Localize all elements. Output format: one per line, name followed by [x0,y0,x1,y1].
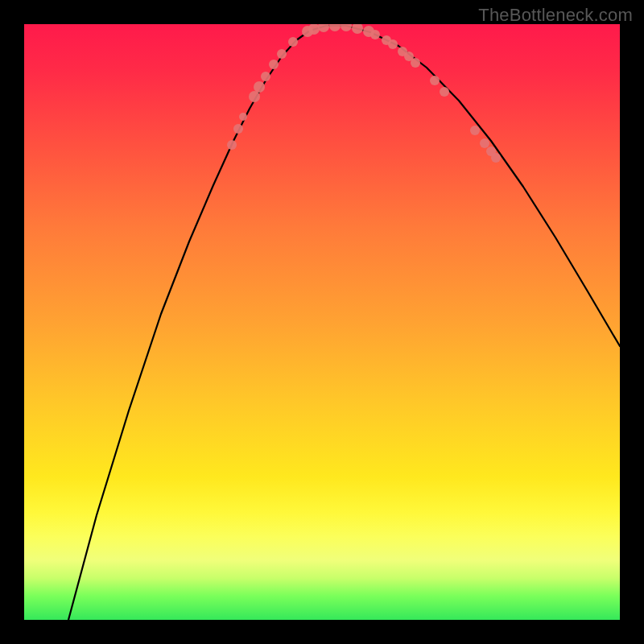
data-markers [227,24,501,163]
data-point [261,72,270,81]
chart-svg [24,24,620,620]
data-point [269,60,279,69]
plot-area [24,24,620,620]
data-point [430,76,440,85]
data-point [440,87,449,97]
data-point [470,126,480,135]
data-point [411,58,420,68]
data-point [329,24,341,31]
watermark-text: TheBottleneck.com [478,5,633,26]
data-point [318,24,329,32]
data-point [227,140,237,150]
data-point [277,49,287,59]
data-point [288,37,298,47]
data-point [249,91,260,102]
data-point [370,30,380,39]
data-point [239,113,247,121]
data-point [254,81,265,93]
data-point [341,24,352,31]
data-point [352,24,363,34]
chart-frame: TheBottleneck.com [0,0,644,644]
data-point [491,153,501,163]
data-point [388,39,398,49]
data-point [233,124,243,134]
bottleneck-curve [68,26,620,620]
data-point [480,138,489,148]
